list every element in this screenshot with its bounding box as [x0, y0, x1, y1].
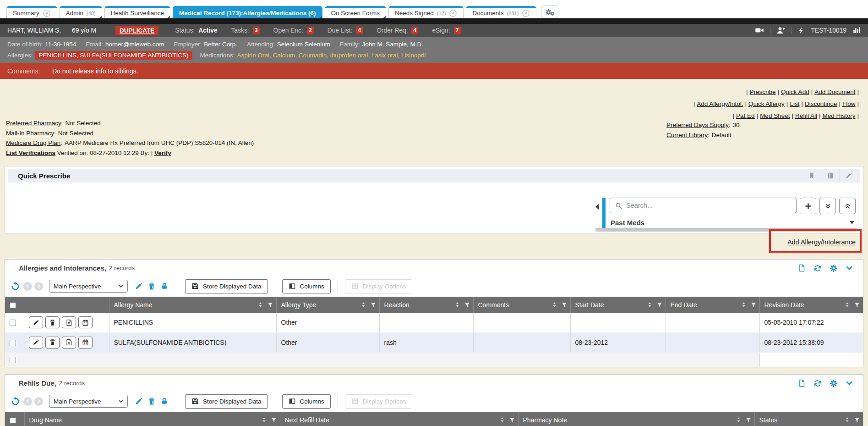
sort-icon[interactable]	[844, 302, 850, 308]
col-next-refill-date[interactable]: Next Refill Date	[280, 412, 518, 426]
chevron-down-icon[interactable]	[846, 265, 853, 272]
lightning-bolt-icon[interactable]	[797, 27, 805, 34]
sort-icon[interactable]	[551, 302, 557, 308]
new-document-icon[interactable]	[798, 264, 806, 272]
list-verifications-link[interactable]: List Verifications	[6, 149, 55, 156]
col-allergy-name[interactable]: Allergy Name	[109, 297, 276, 313]
library-button[interactable]	[821, 169, 839, 183]
note-button[interactable]	[62, 316, 76, 328]
col-status[interactable]: Status	[754, 412, 863, 426]
store-displayed-data-button[interactable]: Store Displayed Data	[185, 394, 268, 409]
refresh-icon[interactable]	[813, 379, 822, 387]
sort-icon[interactable]	[261, 417, 267, 423]
next-perspective-button[interactable]	[34, 397, 43, 406]
quick-add-link[interactable]: Quick Add	[781, 89, 809, 95]
note-button[interactable]	[62, 337, 76, 349]
edit-allergy-button[interactable]	[29, 337, 43, 349]
discontinue-link[interactable]: Discontinue	[805, 100, 837, 107]
collapse-all-button[interactable]	[839, 198, 856, 214]
edit-perspective-icon[interactable]	[135, 282, 143, 290]
external-link-icon[interactable]	[449, 9, 457, 17]
med-sheet-link[interactable]: Med Sheet	[760, 112, 790, 119]
add-allergy-intolerance-link[interactable]: Add Allergy/Intolerance	[787, 238, 856, 246]
prev-perspective-button[interactable]	[23, 282, 32, 291]
tab-needs-signed[interactable]: Needs Signed (12)	[388, 6, 464, 18]
preferred-days-supply-link[interactable]: Preferred Days Supply	[666, 122, 729, 128]
delete-perspective-icon[interactable]	[147, 282, 156, 290]
filter-funnel-icon[interactable]	[561, 302, 568, 308]
verify-link[interactable]: Verify	[154, 149, 171, 156]
col-drug-name[interactable]: Drug Name	[24, 412, 280, 426]
allergies-alert-badge[interactable]: PENICILLINS, SULFA(SULFONAMIDE ANTIBIOTI…	[35, 51, 192, 60]
add-allergy-intol-link[interactable]: Add Allergy/Intol.	[697, 100, 743, 107]
tab-summary[interactable]: Summary	[6, 6, 57, 18]
tab-admin[interactable]: Admin (40)	[60, 6, 102, 18]
delete-perspective-icon[interactable]	[147, 397, 156, 405]
add-person-icon[interactable]	[776, 26, 785, 35]
columns-button[interactable]: Columns	[282, 394, 331, 409]
sort-icon[interactable]	[499, 417, 505, 423]
filter-funnel-icon[interactable]	[745, 417, 752, 423]
tab-on-screen-forms[interactable]: On Screen Forms	[325, 6, 387, 18]
select-all-checkbox[interactable]	[10, 302, 16, 309]
sort-icon[interactable]	[360, 302, 366, 308]
tab-medical-record[interactable]: Medical Record (173):Allergies/Medicatio…	[173, 6, 322, 18]
refresh-icon[interactable]	[813, 264, 822, 272]
med-history-link[interactable]: Med History	[822, 112, 855, 119]
duplicate-badge[interactable]: DUPLICATE	[115, 26, 158, 35]
video-camera-icon[interactable]	[755, 26, 764, 35]
order-req-count-badge[interactable]: 4	[411, 27, 418, 34]
filter-funnel-icon[interactable]	[750, 302, 757, 308]
tab-settings-button[interactable]	[541, 6, 558, 18]
col-allergy-type[interactable]: Allergy Type	[276, 297, 379, 313]
external-link-icon[interactable]	[43, 9, 51, 17]
undo-icon[interactable]	[11, 282, 20, 291]
expand-all-button[interactable]	[819, 198, 836, 214]
filter-funnel-icon[interactable]	[854, 302, 860, 308]
bar-chart-icon[interactable]	[852, 26, 861, 34]
sort-icon[interactable]	[257, 302, 263, 308]
pat-ed-link[interactable]: Pat Ed	[736, 112, 755, 119]
tasks-count-badge[interactable]: 3	[253, 27, 260, 34]
row-checkbox[interactable]	[10, 340, 16, 346]
mail-in-pharmacy-link[interactable]: Mail-In Pharmacy	[6, 130, 54, 137]
collapse-left-arrow[interactable]	[595, 204, 599, 210]
sort-icon[interactable]	[454, 302, 460, 308]
filter-funnel-icon[interactable]	[267, 302, 273, 308]
prescribe-link[interactable]: Prescribe	[750, 89, 776, 95]
due-list-count-badge[interactable]: 4	[356, 27, 363, 34]
tab-health-surveillance[interactable]: Health Surveillance	[104, 6, 170, 18]
filter-funnel-icon[interactable]	[656, 302, 663, 308]
filter-funnel-icon[interactable]	[370, 302, 377, 308]
med-search-input[interactable]	[626, 202, 792, 209]
medicare-drug-plan-link[interactable]: Medicare Drug Plan	[6, 139, 60, 146]
edit-allergy-button[interactable]	[29, 316, 43, 328]
tab-documents[interactable]: Documents (281)	[466, 6, 536, 18]
edit-perspective-icon[interactable]	[135, 397, 143, 405]
row-checkbox[interactable]	[10, 357, 16, 363]
prev-perspective-button[interactable]	[23, 397, 32, 406]
preferred-pharmacy-link[interactable]: Preferred Pharmacy	[6, 120, 61, 127]
open-enc-count-badge[interactable]: 2	[307, 27, 314, 34]
sort-icon[interactable]	[741, 302, 747, 308]
sort-icon[interactable]	[647, 302, 653, 308]
col-end-date[interactable]: End Date	[666, 297, 759, 313]
undo-icon[interactable]	[11, 397, 20, 406]
col-reaction[interactable]: Reaction	[379, 297, 473, 313]
next-perspective-button[interactable]	[34, 282, 43, 291]
row-checkbox[interactable]	[10, 320, 16, 326]
gear-icon[interactable]	[830, 379, 838, 387]
store-displayed-data-button[interactable]: Store Displayed Data	[185, 279, 268, 293]
add-med-button[interactable]	[800, 198, 816, 214]
add-document-link[interactable]: Add Document	[814, 89, 855, 95]
delete-allergy-button[interactable]	[45, 316, 60, 328]
bookmark-button[interactable]	[802, 169, 821, 183]
sort-icon[interactable]	[844, 417, 850, 423]
edit-button[interactable]	[839, 169, 857, 183]
col-start-date[interactable]: Start Date	[570, 297, 666, 313]
list-link[interactable]: List	[790, 100, 799, 107]
filter-funnel-icon[interactable]	[509, 417, 515, 423]
columns-button[interactable]: Columns	[282, 279, 331, 293]
filter-funnel-icon[interactable]	[854, 417, 860, 423]
filter-funnel-icon[interactable]	[464, 302, 470, 308]
